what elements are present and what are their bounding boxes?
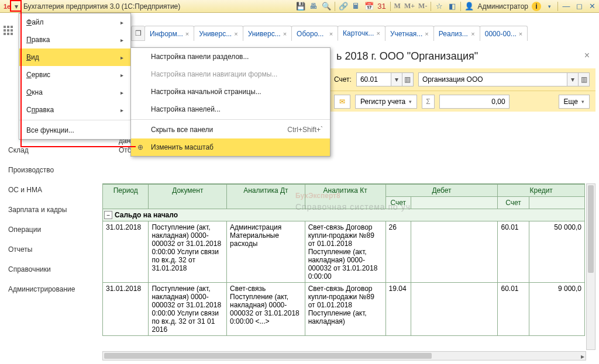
- account-label: Счет:: [334, 75, 352, 84]
- memory-mminus[interactable]: M-: [418, 2, 427, 11]
- saldo-row[interactable]: – Сальдо на начало: [103, 209, 585, 221]
- link-icon[interactable]: 🔗: [339, 2, 348, 11]
- mail-button[interactable]: ✉: [334, 95, 350, 109]
- tab-close-icon[interactable]: ×: [183, 30, 189, 37]
- menu-windows[interactable]: Окна▸: [19, 84, 130, 101]
- sections-menu-icon[interactable]: [4, 26, 14, 36]
- tab-close-icon[interactable]: ×: [327, 30, 333, 37]
- th-credit-val: [529, 197, 585, 209]
- close-icon[interactable]: ✕: [587, 2, 597, 11]
- sub-sections-panel[interactable]: Настройка панели разделов...: [131, 48, 330, 65]
- more-button[interactable]: Еще▾: [559, 95, 590, 109]
- chevron-right-icon: ▸: [121, 89, 123, 96]
- register-button[interactable]: Регистр учета▾: [355, 95, 417, 109]
- cell-cacc: 60.01: [498, 283, 529, 336]
- th-akt: Аналитика Кт: [305, 185, 385, 209]
- cell-period: 31.01.2018: [103, 221, 149, 283]
- sidebar-item-otchety[interactable]: Отчеты: [0, 240, 99, 259]
- tab-close-icon[interactable]: ×: [232, 30, 237, 37]
- sum-button[interactable]: Σ: [422, 95, 434, 109]
- chevron-right-icon: ▸: [121, 72, 123, 78]
- menu-file[interactable]: Файл▸: [19, 13, 130, 31]
- user-label[interactable]: Администратор: [477, 2, 528, 11]
- cell-cval: 50 000,0: [529, 221, 585, 283]
- date-icon[interactable]: 31: [377, 2, 387, 11]
- sidebar-item-operacii[interactable]: Операции: [0, 220, 99, 240]
- sub-hide-panels[interactable]: Скрыть все панелиCtrl+Shift+`: [131, 121, 330, 138]
- separator: [460, 2, 461, 11]
- sub-change-scale[interactable]: ⊕ Изменить масштаб: [131, 138, 330, 156]
- tab-0000[interactable]: 0000-00...×: [480, 26, 528, 41]
- tabs-overflow-icon[interactable]: ❐: [131, 26, 145, 41]
- memory-m[interactable]: M: [394, 2, 401, 11]
- panel-icon[interactable]: ◧: [447, 2, 457, 11]
- org-dropdown-icon[interactable]: ▾: [567, 72, 579, 86]
- th-credit-acc: Счет: [498, 197, 529, 209]
- window-title: Бухгалтерия предприятия 3.0 (1С:Предприя…: [23, 2, 180, 11]
- minimize-icon[interactable]: —: [562, 2, 571, 11]
- chevron-down-icon: ▾: [409, 99, 412, 105]
- tab-inform[interactable]: Информ...×: [144, 26, 194, 41]
- tab-close-icon[interactable]: ×: [281, 30, 287, 37]
- tree-collapse-icon[interactable]: –: [104, 211, 112, 219]
- tab-realiz[interactable]: Реализ...×: [433, 26, 480, 41]
- tab-univers2[interactable]: Универс...×: [243, 26, 292, 41]
- menu-separator: [131, 119, 330, 120]
- favorite-icon[interactable]: ☆: [435, 2, 444, 11]
- menu-separator: [19, 120, 130, 120]
- tab-close-icon[interactable]: ×: [517, 30, 522, 37]
- cell-dval: [411, 283, 498, 336]
- main-menu-popup: Файл▸ Правка▸ Вид▸ Сервис▸ Окна▸ Справка…: [19, 13, 131, 140]
- tab-univers1[interactable]: Универс...×: [194, 26, 243, 41]
- menu-service[interactable]: Сервис▸: [19, 66, 130, 84]
- calc-icon[interactable]: 🖩: [352, 2, 361, 11]
- preview-icon[interactable]: 🔍: [322, 2, 331, 11]
- sidebar-item-zarplata[interactable]: Зарплата и кадры: [0, 200, 99, 220]
- info-dropdown-icon[interactable]: ▾: [545, 2, 554, 11]
- scrollbar-thumb[interactable]: [104, 353, 432, 359]
- tab-kartochk[interactable]: Карточк...×: [338, 26, 385, 41]
- app-logo: 1e: [2, 2, 12, 11]
- cell-cacc: 60.01: [498, 221, 529, 283]
- table-row[interactable]: 31.01.2018 Поступление (акт, накладная) …: [103, 221, 585, 283]
- sub-panels[interactable]: Настройка панелей...: [131, 100, 330, 118]
- org-select-icon[interactable]: ▥: [578, 72, 590, 86]
- account-dropdown-icon[interactable]: ▾: [391, 72, 402, 86]
- menu-edit[interactable]: Правка▸: [19, 31, 130, 48]
- sub-start-page[interactable]: Настройка начальной страницы...: [131, 83, 330, 100]
- org-field[interactable]: Организация ООО: [418, 72, 567, 86]
- scrollbar-thumb[interactable]: [588, 185, 594, 273]
- chevron-down-icon: ▾: [581, 99, 584, 105]
- tab-oboro[interactable]: Оборо...×: [291, 26, 338, 41]
- sum-field[interactable]: 0,00: [439, 95, 510, 109]
- sidebar-item-os-nma[interactable]: ОС и НМА: [0, 180, 99, 200]
- menu-view[interactable]: Вид▸: [19, 48, 130, 66]
- sidebar-item-proizvodstvo[interactable]: Производство: [0, 160, 99, 180]
- menu-all-functions[interactable]: Все функции...: [19, 122, 130, 139]
- account-field[interactable]: 60.01: [356, 72, 391, 86]
- calendar-icon[interactable]: 📅: [364, 2, 374, 11]
- horizontal-scrollbar[interactable]: ▸: [102, 351, 586, 360]
- tab-close-icon[interactable]: ×: [422, 30, 428, 37]
- zoom-icon: ⊕: [136, 143, 145, 152]
- tab-uchetnaya[interactable]: Учетная...×: [385, 26, 434, 41]
- sidebar-item-sklad[interactable]: Склад: [0, 140, 99, 160]
- sidebar-item-admin[interactable]: Администрирование: [0, 279, 99, 299]
- table-row[interactable]: 31.01.2018 Поступление (акт, накладная) …: [103, 283, 585, 336]
- doc-close-icon[interactable]: ×: [584, 50, 590, 61]
- scroll-right-icon[interactable]: ▸: [581, 352, 584, 360]
- app-menu-dropdown[interactable]: ▾: [12, 2, 21, 11]
- tab-close-icon[interactable]: ×: [374, 30, 380, 37]
- memory-mplus[interactable]: M+: [404, 2, 415, 11]
- print-icon[interactable]: 🖶: [309, 2, 318, 11]
- save-icon[interactable]: 💾: [296, 2, 305, 11]
- titlebar: 1e ▾ Бухгалтерия предприятия 3.0 (1С:Пре…: [0, 0, 599, 13]
- info-icon[interactable]: i: [532, 2, 541, 11]
- sidebar-item-spravochniki[interactable]: Справочники: [0, 259, 99, 279]
- vertical-scrollbar[interactable]: [586, 183, 595, 350]
- account-select-icon[interactable]: ▥: [402, 72, 414, 86]
- tab-close-icon[interactable]: ×: [469, 30, 474, 37]
- menu-help[interactable]: Справка▸: [19, 101, 130, 119]
- chevron-right-icon: ▸: [121, 19, 123, 26]
- maximize-icon[interactable]: ◻: [574, 2, 584, 11]
